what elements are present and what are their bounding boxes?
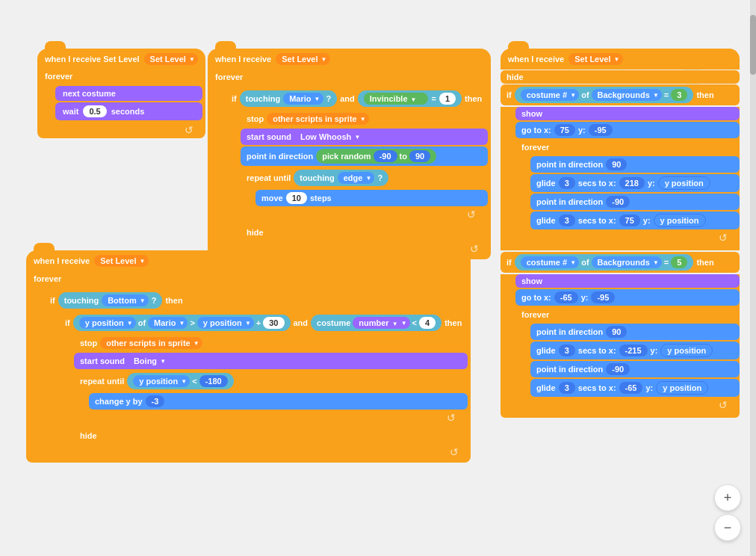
scratch-canvas: when I receive Set Level Set Level forev… (0, 0, 756, 556)
ypos-dropdown2[interactable]: y position (197, 317, 254, 329)
go-x2[interactable]: -65 (554, 291, 578, 303)
set-level-dropdown3[interactable]: Set Level (94, 255, 148, 267)
go-y1[interactable]: -95 (589, 124, 613, 136)
val4[interactable]: 4 (419, 317, 436, 329)
go-y2[interactable]: -95 (591, 291, 615, 303)
backgrounds-dropdown[interactable]: Backgrounds (592, 89, 662, 101)
glide-secs2[interactable]: 3 (559, 214, 575, 226)
val30[interactable]: 30 (263, 317, 284, 329)
edge-dropdown[interactable]: edge (338, 172, 375, 184)
costume-hash-dropdown[interactable]: costume # (521, 89, 579, 101)
ypos-dropdown[interactable]: y position (79, 317, 136, 329)
backgrounds-dropdown2[interactable]: Backgrounds (592, 256, 662, 268)
glide-secs1[interactable]: 3 (559, 177, 575, 189)
glide-secs4[interactable]: 3 (559, 382, 575, 394)
group3: when I receive Set Level forever if touc… (26, 250, 471, 463)
zoom-controls: + − (714, 484, 741, 541)
val5[interactable]: 5 (671, 256, 687, 268)
bottom-dropdown[interactable]: Bottom (102, 294, 149, 306)
sound-dropdown[interactable]: Low Whoosh (294, 131, 363, 143)
costume-hash-dropdown2[interactable]: costume # (521, 256, 579, 268)
when-receive-label: when I receive Set Level (45, 55, 140, 64)
neg3-val[interactable]: -3 (146, 395, 165, 407)
glide-y4[interactable]: y position (656, 381, 708, 395)
random-to[interactable]: 90 (409, 150, 430, 162)
zoom-in-icon: + (724, 490, 732, 506)
forever-label: forever (45, 72, 72, 81)
glide-x1[interactable]: 218 (619, 177, 645, 189)
glide-x3[interactable]: -215 (619, 345, 648, 356)
glide-secs3[interactable]: 3 (559, 345, 575, 356)
zoom-out-button[interactable]: − (714, 514, 741, 541)
group4: when I receive Set Level hide if costume… (501, 49, 740, 418)
glide-y2[interactable]: y position (654, 214, 706, 227)
number-dropdown[interactable]: number▼ (353, 317, 409, 329)
group1: when I receive Set Level Set Level forev… (37, 49, 205, 138)
zoom-out-icon: − (724, 520, 732, 536)
set-level-dropdown2[interactable]: Set Level (276, 53, 329, 65)
dir-neg90-2[interactable]: -90 (606, 363, 630, 375)
group2: when I receive Set Level forever if touc… (208, 49, 491, 259)
zoom-in-button[interactable]: + (714, 484, 741, 511)
mario-dropdown[interactable]: Mario (283, 93, 323, 105)
dir-neg90-1[interactable]: -90 (606, 196, 630, 208)
neg180-val[interactable]: -180 (199, 375, 228, 387)
dir90-1[interactable]: 90 (606, 158, 627, 170)
ypos-dropdown3[interactable]: y position (133, 375, 190, 387)
random-from[interactable]: -90 (374, 150, 397, 162)
glide-y1[interactable]: y position (658, 176, 710, 190)
glide-x2[interactable]: 75 (619, 214, 640, 226)
other-scripts-dropdown[interactable]: other scripts in sprite (267, 113, 368, 125)
seconds-label: seconds (111, 107, 145, 116)
set-level-dropdown[interactable]: Set Level (144, 53, 198, 65)
scrollbar-thumb[interactable] (750, 15, 756, 75)
scrollbar[interactable] (750, 0, 756, 556)
invincible-dropdown[interactable]: Invincible▼ (364, 93, 429, 105)
dir90-2[interactable]: 90 (606, 326, 627, 338)
glide-x4[interactable]: -65 (619, 382, 643, 394)
wait-label: wait (63, 107, 78, 116)
wait-value[interactable]: 0.5 (83, 105, 106, 117)
go-x1[interactable]: 75 (554, 124, 575, 136)
when-receive-label2: when I receive (215, 55, 271, 64)
set-level-dropdown4[interactable]: Set Level (568, 53, 622, 65)
invincible-val[interactable]: 1 (439, 93, 456, 105)
mario-dropdown2[interactable]: Mario (148, 317, 188, 329)
move-steps[interactable]: 10 (286, 192, 307, 204)
next-costume-label: next costume (63, 89, 116, 98)
glide-y3[interactable]: y position (660, 344, 713, 357)
val3[interactable]: 3 (671, 89, 687, 101)
boing-dropdown[interactable]: Boing (128, 355, 169, 367)
other-scripts-dropdown2[interactable]: other scripts in sprite (100, 337, 202, 349)
